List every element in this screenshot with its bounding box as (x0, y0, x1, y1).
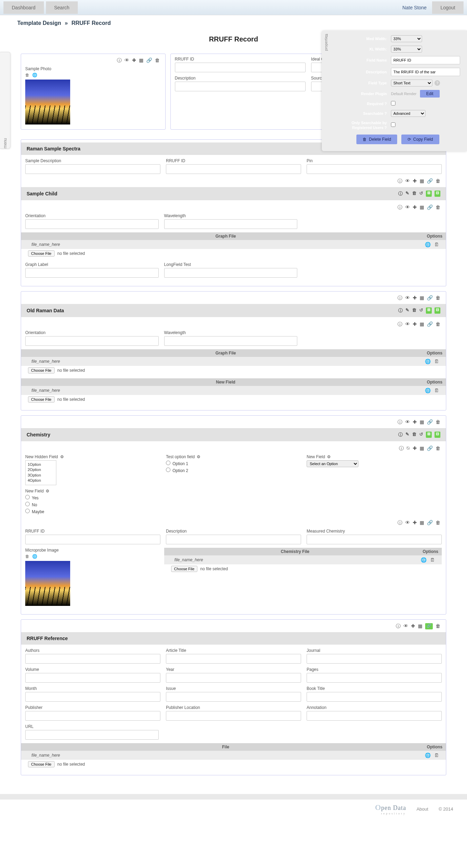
calendar-icon[interactable]: 🗓 (434, 388, 439, 393)
raman-rruffid-input[interactable] (166, 164, 301, 174)
plus-icon[interactable]: ✚ (413, 520, 417, 526)
plus-icon[interactable]: ✚ (413, 445, 417, 452)
measured-input[interactable] (307, 535, 442, 544)
trash-icon[interactable]: 🗑 (25, 554, 29, 559)
info-icon[interactable]: ⓘ (396, 623, 401, 629)
trash-icon[interactable]: 🗑 (436, 321, 440, 327)
link-icon[interactable]: 🔗 (427, 295, 433, 301)
to-opt1[interactable]: Option 1 (166, 461, 301, 466)
dashboard-button[interactable]: Dashboard (3, 1, 44, 14)
chart-icon[interactable]: ⊞ (426, 191, 432, 197)
longfield-input[interactable] (164, 268, 298, 278)
chem-rruffid-input[interactable] (25, 535, 160, 544)
trash-icon[interactable]: 🗑 (436, 204, 440, 211)
plus-icon[interactable]: ✚ (411, 623, 415, 629)
or-wavelength-input[interactable] (164, 336, 298, 346)
year-input[interactable] (166, 673, 301, 683)
link-icon[interactable]: 🔗 (427, 445, 433, 452)
trash-icon[interactable]: 🗑 (436, 295, 440, 301)
plus-icon[interactable]: ✚ (413, 204, 417, 211)
globe-icon[interactable]: 🌐 (425, 359, 431, 364)
gear-icon[interactable]: ⚙ (60, 454, 64, 459)
plus-icon[interactable]: ✚ (132, 57, 136, 64)
logout-button[interactable]: Logout (432, 1, 464, 14)
chart2-icon[interactable]: ⊟ (435, 307, 440, 314)
required-checkbox[interactable] (391, 101, 395, 105)
eye-icon[interactable]: 👁 (405, 178, 410, 184)
newhidden-listbox[interactable]: 1Option2Option3Option4Option (25, 460, 56, 485)
globe-icon[interactable]: 🌐 (32, 554, 37, 559)
trash-icon[interactable]: 🗑 (412, 432, 417, 438)
grid-icon[interactable]: ▦ (420, 321, 424, 327)
globe-icon[interactable]: 🌐 (425, 388, 431, 393)
delete-field-button[interactable]: 🗑Delete Field (356, 135, 397, 144)
edit-icon[interactable]: ✎ (405, 191, 409, 197)
globe-icon[interactable]: 🌐 (425, 752, 431, 758)
or-choose-button[interactable]: Choose File (28, 367, 55, 373)
gear-icon[interactable]: ⚙ (46, 489, 49, 493)
info-icon[interactable]: ⓘ (398, 191, 403, 197)
pages-input[interactable] (307, 673, 442, 683)
medwidth-select[interactable]: 33% (391, 35, 422, 42)
grid-icon[interactable]: ▦ (420, 178, 424, 184)
breadcrumb-a[interactable]: Template Design (17, 20, 61, 26)
calendar-icon[interactable]: 🗓 (434, 242, 439, 247)
onlyreg-checkbox[interactable] (391, 122, 395, 127)
plus-icon[interactable]: ✚ (413, 321, 417, 327)
description-input[interactable] (391, 68, 460, 76)
journal-input[interactable] (307, 654, 442, 664)
plus-icon[interactable]: ✚ (413, 178, 417, 184)
eye-icon[interactable]: 👁 (405, 419, 410, 425)
info-icon[interactable]: ⓘ (398, 178, 402, 184)
globe-icon[interactable]: 🌐 (32, 73, 37, 77)
renderplugin-edit-button[interactable]: Edit (420, 90, 440, 98)
annotation-input[interactable] (307, 711, 442, 721)
trash-icon[interactable]: 🗑 (412, 307, 417, 314)
trash-icon[interactable]: 🗑 (436, 445, 440, 452)
authors-input[interactable] (25, 654, 160, 664)
article-input[interactable] (166, 654, 301, 664)
undo-icon[interactable]: ↺ (419, 191, 423, 197)
plus-icon[interactable]: ✚ (413, 295, 417, 301)
pin-input[interactable] (307, 164, 442, 174)
grid-icon[interactable]: ▦ (420, 520, 424, 526)
help-icon[interactable]: ? (435, 80, 440, 86)
info-icon[interactable]: ⓘ (117, 57, 122, 64)
trash-icon[interactable]: 🗑 (436, 520, 440, 526)
grid-icon[interactable]: ▦ (420, 445, 424, 452)
trash-icon[interactable]: 🗑 (436, 623, 440, 629)
month-input[interactable] (25, 692, 160, 702)
grid-icon[interactable]: ▦ (420, 419, 424, 425)
trash-icon[interactable]: 🗑 (412, 191, 417, 197)
calendar-icon[interactable]: 🗓 (434, 752, 439, 758)
eye-icon[interactable]: 👁 (405, 520, 410, 526)
trash-icon[interactable]: 🗑 (25, 73, 29, 77)
info-icon[interactable]: ⓘ (398, 432, 403, 438)
url-input[interactable] (25, 730, 159, 740)
eye-icon[interactable]: 👁 (403, 623, 408, 629)
fieldtype-select[interactable]: Short Text (391, 80, 432, 86)
searchable-select[interactable]: Advanced (391, 110, 426, 117)
eye-icon[interactable]: 👁 (405, 204, 410, 211)
eye-icon[interactable]: 👁 (405, 321, 410, 327)
gear-icon[interactable]: ⚙ (197, 454, 200, 459)
info-icon[interactable]: ⓘ (398, 295, 402, 301)
copy-field-button[interactable]: ⟳Copy Field (401, 135, 439, 144)
plus-icon[interactable]: ✚ (413, 419, 417, 425)
info-icon[interactable]: ⓘ (398, 307, 403, 314)
or-choose2-button[interactable]: Choose File (28, 396, 55, 403)
grid-icon[interactable]: ▦ (420, 204, 424, 211)
undo-icon[interactable]: ↺ (419, 307, 423, 314)
gear-icon[interactable]: ⚙ (327, 454, 331, 459)
grid-icon[interactable]: ▦ (418, 623, 422, 629)
trash-icon[interactable]: 🗑 (155, 57, 160, 64)
info-icon[interactable]: ⓘ (398, 520, 402, 526)
info-icon[interactable]: ⓘ (398, 419, 402, 425)
search-button[interactable]: Search (46, 1, 78, 14)
to-opt2[interactable]: Option 2 (166, 468, 301, 473)
issue-input[interactable] (166, 692, 301, 702)
grid-icon[interactable]: ▦ (420, 295, 424, 301)
trash-icon[interactable]: 🗑 (436, 178, 440, 184)
fieldname-input[interactable] (391, 56, 460, 64)
chem-choose-button[interactable]: Choose File (171, 566, 198, 572)
